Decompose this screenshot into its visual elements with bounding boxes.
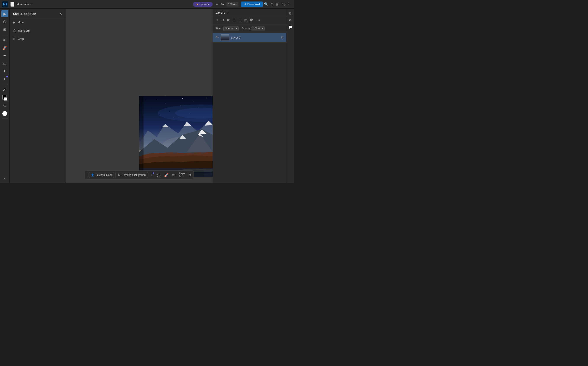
upgrade-star-icon: ★ bbox=[196, 3, 198, 6]
stack-layer-button[interactable]: ⧉ bbox=[243, 18, 248, 23]
right-panel: Layers ℹ + ⊙ fx ⬡ ⊞ ⧉ 🗑 ••• Blend Normal… bbox=[213, 9, 286, 183]
side-panel: Size & position ✕ ▶ Move ⬡ Transform ⊞ C… bbox=[9, 9, 66, 183]
layer-visibility-button[interactable]: 👁 bbox=[215, 36, 219, 39]
signin-button[interactable]: Sign in bbox=[280, 2, 292, 7]
main-area: ▶ ⬡ ⊞ ✏ 🚀 ✒ ▭ T ✦ 🖊 ⇅ « Size & position … bbox=[0, 9, 294, 183]
svg-point-2 bbox=[156, 99, 157, 99]
bottom-layer-label: Layer 0 bbox=[178, 172, 187, 178]
apps-button[interactable]: ⊞ bbox=[274, 1, 280, 7]
toolbar-collapse-button[interactable]: « bbox=[1, 176, 8, 181]
search-button[interactable]: 🔍 bbox=[263, 1, 270, 7]
opacity-input-wrapper bbox=[251, 26, 265, 31]
bottom-rocket-button[interactable]: 🚀 bbox=[163, 172, 170, 178]
topbar: Ps ☰ Mountains ▾ ★ Upgrade ↩ ↪ 100% ▾ ⬇ … bbox=[0, 0, 294, 9]
select-subject-icon: 👤 bbox=[91, 174, 94, 176]
svg-point-5 bbox=[193, 101, 193, 101]
tool-separator-1 bbox=[2, 35, 8, 35]
undo-button[interactable]: ↩ bbox=[214, 1, 220, 7]
left-toolbar: ▶ ⬡ ⊞ ✏ 🚀 ✒ ▭ T ✦ 🖊 ⇅ « bbox=[0, 9, 9, 183]
layers-info-icon[interactable]: ℹ bbox=[227, 11, 227, 14]
right-panel-title: Layers ℹ bbox=[215, 11, 227, 14]
panel-title: Size & position bbox=[13, 12, 36, 15]
far-right-panel: ⧉ ⚙ 💬 bbox=[286, 9, 294, 183]
layer-thumbnail bbox=[221, 34, 229, 41]
blend-label: Blend bbox=[215, 27, 222, 30]
opacity-input[interactable] bbox=[251, 26, 265, 31]
layer-name: Layer 0 bbox=[231, 36, 279, 39]
zoom-chevron-icon: ▾ bbox=[235, 3, 237, 6]
select-subject-button[interactable]: 👤 Select subject bbox=[88, 172, 114, 178]
zoom-control[interactable]: 100% ▾ bbox=[227, 2, 238, 7]
style-layer-button[interactable]: ⊙ bbox=[220, 17, 225, 23]
far-right-settings-button[interactable]: ⚙ bbox=[287, 17, 293, 23]
fx-button[interactable]: fx bbox=[226, 18, 230, 22]
blend-select[interactable]: Normal Multiply Screen Overlay bbox=[223, 26, 239, 31]
right-panel-header: Layers ℹ bbox=[213, 9, 286, 16]
upgrade-button[interactable]: ★ Upgrade bbox=[193, 2, 213, 7]
pen-tool-button[interactable]: ✒ bbox=[1, 52, 8, 59]
bottom-ai-button[interactable]: ✦ bbox=[149, 172, 154, 178]
svg-point-1 bbox=[145, 100, 146, 100]
remove-bg-icon: 🖼 bbox=[118, 174, 120, 176]
blend-select-wrapper: Normal Multiply Screen Overlay bbox=[223, 26, 239, 31]
move-icon: ▶ bbox=[13, 21, 15, 24]
add-layer-button[interactable]: + bbox=[215, 18, 219, 23]
far-right-comment-button[interactable]: 💬 bbox=[287, 24, 293, 30]
white-circle-tool[interactable] bbox=[2, 111, 7, 116]
help-button[interactable]: ? bbox=[270, 1, 274, 7]
svg-point-11 bbox=[151, 107, 151, 108]
text-tool-button[interactable]: T bbox=[1, 68, 8, 75]
rocket-tool-button[interactable]: 🚀 bbox=[1, 44, 8, 51]
blend-opacity-row: Blend Normal Multiply Screen Overlay Opa… bbox=[213, 24, 286, 33]
more-layer-button[interactable]: ••• bbox=[255, 18, 261, 23]
mask-layer-button[interactable]: ⬡ bbox=[232, 17, 236, 23]
brush-tool-button[interactable]: ✏ bbox=[1, 37, 8, 44]
delete-layer-button[interactable]: 🗑 bbox=[249, 18, 254, 23]
doc-title-chevron-icon: ▾ bbox=[30, 3, 31, 5]
mask-tool-button[interactable]: ⬡ bbox=[1, 18, 8, 25]
canvas-svg bbox=[139, 96, 213, 177]
svg-point-3 bbox=[165, 103, 165, 103]
background-color[interactable] bbox=[4, 97, 7, 101]
hamburger-button[interactable]: ☰ bbox=[10, 2, 14, 7]
crop-icon: ⊞ bbox=[13, 37, 16, 40]
download-icon: ⬇ bbox=[244, 3, 246, 6]
app-logo: Ps bbox=[2, 1, 8, 7]
panel-item-transform[interactable]: ⬡ Transform bbox=[9, 26, 66, 35]
layer-controls: + ⊙ fx ⬡ ⊞ ⧉ 🗑 ••• bbox=[213, 16, 286, 24]
layer-settings-button[interactable]: ⚙ bbox=[281, 36, 284, 39]
bottom-toolbar: 👤 Select subject 🖼 Remove background ✦ ◯… bbox=[85, 170, 194, 180]
svg-point-6 bbox=[206, 98, 206, 98]
layer-row[interactable]: 👁 Layer 0 ⚙ bbox=[213, 33, 286, 42]
download-button[interactable]: ⬇ Download bbox=[241, 1, 263, 7]
svg-point-4 bbox=[182, 98, 183, 99]
panel-header: Size & position ✕ bbox=[9, 9, 66, 18]
svg-rect-44 bbox=[139, 96, 143, 177]
group-layer-button[interactable]: ⊞ bbox=[238, 17, 242, 23]
panel-item-move[interactable]: ▶ Move bbox=[9, 18, 66, 26]
panel-close-button[interactable]: ✕ bbox=[59, 12, 62, 16]
bottom-more-button[interactable]: ••• bbox=[171, 172, 177, 178]
canvas-area: 👤 Select subject 🖼 Remove background ✦ ◯… bbox=[66, 9, 213, 183]
eyedropper-tool-button[interactable]: 🖊 bbox=[1, 86, 8, 93]
tool-separator-3 bbox=[2, 119, 8, 119]
doc-title[interactable]: Mountains ▾ bbox=[16, 3, 31, 6]
sort-tool-button[interactable]: ⇅ bbox=[1, 103, 8, 109]
redo-button[interactable]: ↪ bbox=[220, 1, 225, 7]
color-swatches bbox=[2, 95, 7, 101]
ai-tool-button[interactable]: ✦ bbox=[1, 76, 8, 82]
bottom-settings-button[interactable]: ⚙ bbox=[188, 173, 191, 177]
far-right-layers-button[interactable]: ⧉ bbox=[287, 10, 293, 16]
bottom-divider bbox=[87, 172, 87, 178]
panel-item-crop[interactable]: ⊞ Crop bbox=[9, 35, 66, 43]
opacity-label: Opacity bbox=[242, 27, 251, 30]
bottom-circle-button[interactable]: ◯ bbox=[156, 172, 162, 178]
transform-icon: ⬡ bbox=[13, 29, 16, 32]
grid-tool-button[interactable]: ⊞ bbox=[1, 26, 8, 33]
remove-background-button[interactable]: 🖼 Remove background bbox=[115, 172, 148, 178]
select-tool-button[interactable]: ▶ bbox=[1, 10, 8, 17]
rect-tool-button[interactable]: ▭ bbox=[1, 60, 8, 67]
tool-separator-2 bbox=[2, 84, 8, 84]
